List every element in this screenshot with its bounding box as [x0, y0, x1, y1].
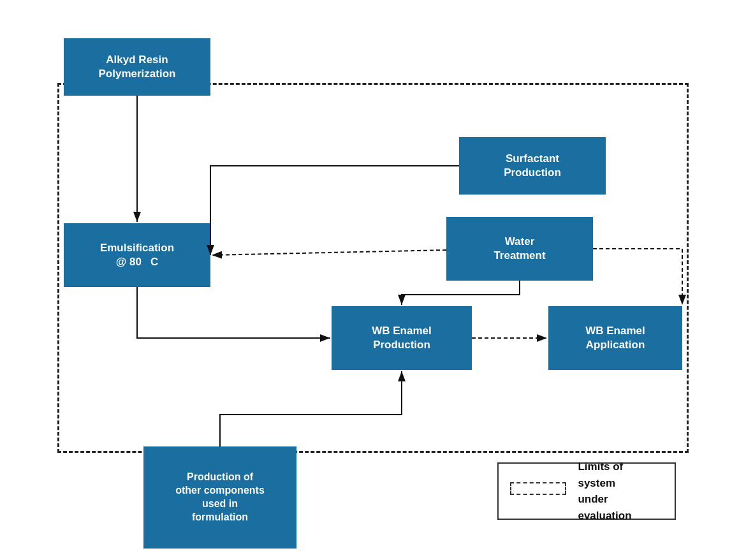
wb-enamel-production-box: WB EnamelProduction — [332, 306, 472, 370]
legend-label: Limits of systemunder evaluation — [578, 459, 663, 524]
diagram-container: Alkyd Resin Polymerization SurfactantPro… — [26, 19, 720, 542]
legend-box: Limits of systemunder evaluation — [497, 462, 676, 520]
legend-dashed-indicator — [510, 482, 566, 495]
surfactant-production-box: SurfactantProduction — [459, 137, 606, 195]
emulsification-box: Emulsification@ 80 C — [64, 223, 210, 287]
wb-enamel-application-box: WB EnamelApplication — [548, 306, 682, 370]
water-treatment-box: WaterTreatment — [446, 217, 593, 281]
alkyd-resin-box: Alkyd Resin Polymerization — [64, 38, 210, 96]
other-components-box: Production ofother componentsused inform… — [143, 446, 296, 549]
